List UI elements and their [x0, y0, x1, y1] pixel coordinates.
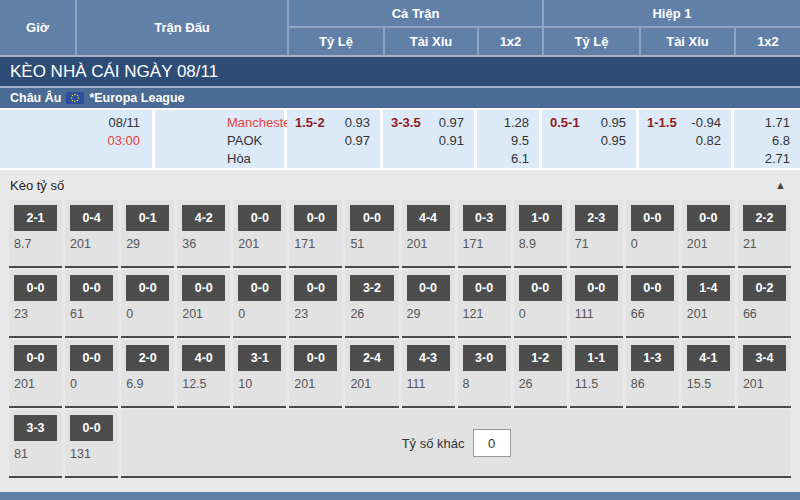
score-badge[interactable]: 0-1	[126, 205, 169, 231]
score-badge[interactable]: 3-4	[743, 345, 786, 371]
score-badge[interactable]: 0-0	[238, 275, 281, 301]
half-1x2-away[interactable]: 6.8	[772, 132, 790, 150]
league-bar[interactable]: Châu Âu *Europa League	[0, 86, 800, 108]
score-badge[interactable]: 0-0	[631, 205, 674, 231]
score-cell[interactable]: 0-051	[345, 200, 398, 268]
collapse-icon[interactable]: ▲	[775, 179, 786, 191]
score-badge[interactable]: 2-1	[14, 205, 57, 231]
score-badge[interactable]: 0-0	[294, 205, 337, 231]
score-cell[interactable]: 0-023	[9, 270, 62, 338]
score-cell[interactable]: 3-08	[458, 340, 511, 408]
score-badge[interactable]: 4-4	[407, 205, 450, 231]
score-cell[interactable]: 0-0201	[289, 340, 342, 408]
score-cell[interactable]: 4-3111	[402, 340, 455, 408]
score-cell[interactable]: 3-4201	[738, 340, 791, 408]
score-badge[interactable]: 1-4	[687, 275, 730, 301]
score-badge[interactable]: 0-0	[70, 345, 113, 371]
score-cell[interactable]: 0-023	[289, 270, 342, 338]
half-over-odds[interactable]: -0.94	[691, 114, 721, 132]
score-badge[interactable]: 0-0	[70, 275, 113, 301]
score-cell[interactable]: 2-371	[570, 200, 623, 268]
score-cell[interactable]: 0-066	[626, 270, 679, 338]
score-badge[interactable]: 0-0	[14, 275, 57, 301]
score-cell[interactable]: 0-0201	[233, 200, 286, 268]
score-cell[interactable]: 1-08.9	[514, 200, 567, 268]
score-cell[interactable]: 0-029	[402, 270, 455, 338]
score-badge[interactable]: 0-0	[575, 275, 618, 301]
half-1x2-home[interactable]: 1.71	[765, 114, 790, 132]
score-badge[interactable]: 3-2	[350, 275, 393, 301]
score-cell[interactable]: 0-129	[121, 200, 174, 268]
score-cell[interactable]: 0-0201	[682, 200, 735, 268]
score-cell[interactable]: 0-00	[626, 200, 679, 268]
score-cell[interactable]: 4-012.5	[177, 340, 230, 408]
score-cell[interactable]: 0-0201	[9, 340, 62, 408]
score-cell[interactable]: 4-4201	[402, 200, 455, 268]
score-section-header[interactable]: Kèo tỷ số ▲	[0, 170, 800, 200]
full-handicap-odds-away[interactable]: 0.97	[345, 132, 370, 150]
score-cell[interactable]: 0-0131	[65, 410, 118, 478]
away-team[interactable]: PAOK	[227, 132, 284, 150]
score-badge[interactable]: 1-3	[631, 345, 674, 371]
score-cell[interactable]: 2-4201	[345, 340, 398, 408]
score-cell[interactable]: 0-0201	[177, 270, 230, 338]
score-badge[interactable]: 4-2	[182, 205, 225, 231]
score-cell[interactable]: 4-236	[177, 200, 230, 268]
score-cell[interactable]: 4-115.5	[682, 340, 735, 408]
half-1x2-draw[interactable]: 2.71	[765, 150, 790, 168]
score-badge[interactable]: 4-3	[407, 345, 450, 371]
score-badge[interactable]: 2-4	[350, 345, 393, 371]
score-badge[interactable]: 1-0	[519, 205, 562, 231]
half-handicap-odds-home[interactable]: 0.95	[601, 114, 626, 132]
score-badge[interactable]: 2-3	[575, 205, 618, 231]
score-cell[interactable]: 1-111.5	[570, 340, 623, 408]
score-badge[interactable]: 2-0	[126, 345, 169, 371]
score-cell[interactable]: 1-226	[514, 340, 567, 408]
score-badge[interactable]: 4-1	[687, 345, 730, 371]
score-badge[interactable]: 0-0	[350, 205, 393, 231]
full-1x2-draw[interactable]: 6.1	[511, 150, 529, 168]
full-1x2-home[interactable]: 1.28	[504, 114, 529, 132]
score-badge[interactable]: 0-0	[407, 275, 450, 301]
score-badge[interactable]: 0-0	[70, 415, 113, 441]
score-cell[interactable]: 0-00	[514, 270, 567, 338]
full-over-odds[interactable]: 0.97	[439, 114, 464, 132]
score-badge[interactable]: 1-2	[519, 345, 562, 371]
score-cell[interactable]: 0-4201	[65, 200, 118, 268]
score-badge[interactable]: 2-2	[743, 205, 786, 231]
score-badge[interactable]: 0-0	[519, 275, 562, 301]
half-handicap-odds-away[interactable]: 0.95	[601, 132, 626, 150]
score-cell[interactable]: 1-4201	[682, 270, 735, 338]
score-cell[interactable]: 0-3171	[458, 200, 511, 268]
home-team[interactable]: Manchester United	[227, 114, 284, 132]
score-badge[interactable]: 1-1	[575, 345, 618, 371]
score-badge[interactable]: 3-3	[14, 415, 57, 441]
score-cell[interactable]: 2-221	[738, 200, 791, 268]
score-cell[interactable]: 0-0111	[570, 270, 623, 338]
score-cell[interactable]: 2-06.9	[121, 340, 174, 408]
score-badge[interactable]: 0-4	[70, 205, 113, 231]
score-badge[interactable]: 0-0	[238, 205, 281, 231]
score-cell[interactable]: 3-381	[9, 410, 62, 478]
score-badge[interactable]: 0-0	[463, 275, 506, 301]
score-cell[interactable]: 1-386	[626, 340, 679, 408]
score-badge[interactable]: 0-0	[182, 275, 225, 301]
score-badge[interactable]: 3-1	[238, 345, 281, 371]
full-1x2-away[interactable]: 9.5	[511, 132, 529, 150]
other-score-input[interactable]	[473, 429, 511, 457]
score-cell[interactable]: 0-061	[65, 270, 118, 338]
score-cell[interactable]: 0-0121	[458, 270, 511, 338]
score-badge[interactable]: 0-0	[294, 345, 337, 371]
score-cell[interactable]: 0-00	[65, 340, 118, 408]
score-badge[interactable]: 0-0	[126, 275, 169, 301]
score-badge[interactable]: 0-3	[463, 205, 506, 231]
score-badge[interactable]: 3-0	[463, 345, 506, 371]
score-cell[interactable]: 3-226	[345, 270, 398, 338]
score-cell[interactable]: 0-0171	[289, 200, 342, 268]
score-cell[interactable]: 2-18.7	[9, 200, 62, 268]
score-badge[interactable]: 0-0	[14, 345, 57, 371]
score-cell[interactable]: 0-00	[233, 270, 286, 338]
full-under-odds[interactable]: 0.91	[439, 132, 464, 150]
score-cell[interactable]: 3-110	[233, 340, 286, 408]
score-badge[interactable]: 4-0	[182, 345, 225, 371]
